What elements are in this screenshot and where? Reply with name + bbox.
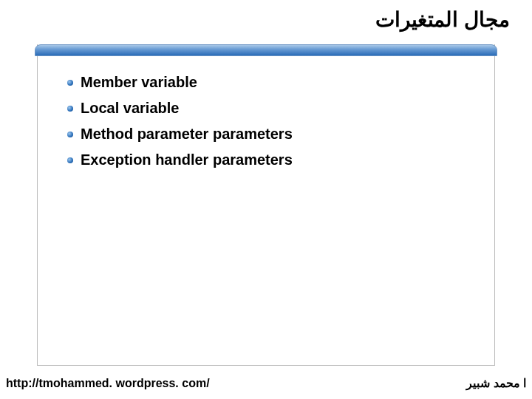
list-item: Local variable	[67, 100, 494, 117]
bullet-list: Member variable Local variable Method pa…	[38, 74, 494, 168]
bullet-icon	[67, 132, 73, 137]
footer-author: ا محمد شبير	[466, 376, 526, 390]
item-text: Member variable	[81, 74, 197, 91]
item-text: Local variable	[81, 100, 179, 117]
bullet-icon	[67, 157, 73, 163]
item-text: Exception handler parameters	[81, 151, 293, 168]
list-item: Method parameter parameters	[67, 126, 494, 143]
list-item: Exception handler parameters	[67, 151, 494, 168]
list-item: Member variable	[67, 74, 494, 91]
footer-url: http://tmohammed. wordpress. com/	[6, 377, 210, 390]
bullet-icon	[67, 80, 73, 86]
item-text: Method parameter parameters	[81, 126, 293, 143]
content-frame: Member variable Local variable Method pa…	[37, 44, 495, 366]
slide-title: مجال المتغيرات	[375, 7, 510, 32]
bullet-icon	[67, 106, 73, 112]
